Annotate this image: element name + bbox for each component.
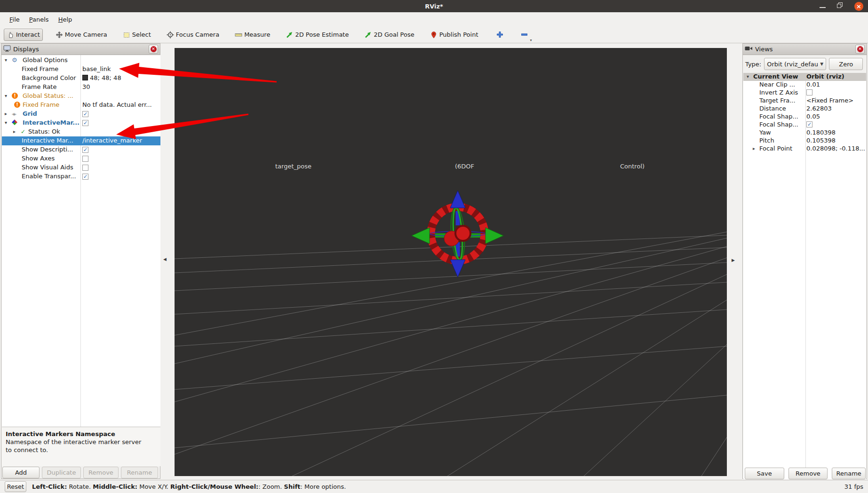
menu-file[interactable]: File (5, 14, 24, 25)
toolbar: Interact Move Camera Select Focus Camera… (0, 26, 868, 43)
grid-enabled-checkbox[interactable] (82, 111, 88, 117)
views-panel-header[interactable]: Views ✕ (743, 44, 867, 55)
focal-shape-checkbox[interactable] (806, 121, 812, 127)
expander-right-icon[interactable]: ▸ (5, 111, 7, 116)
expander-down-icon[interactable]: ▾ (747, 74, 749, 79)
window-controls: × (820, 0, 863, 12)
expander-right-icon[interactable]: ▸ (753, 146, 755, 151)
row-target-frame[interactable]: Target Fra... <Fixed Frame> (743, 97, 866, 105)
z-arrow-down[interactable] (450, 260, 465, 277)
row-status-ok[interactable]: ▸ ✓ Status: Ok (2, 127, 160, 136)
marker-label-left: target_pose (275, 163, 311, 170)
row-frame-rate[interactable]: Frame Rate 30 (2, 83, 160, 92)
add-button[interactable]: Add (2, 467, 40, 478)
row-show-descriptions[interactable]: Show Descripti... (2, 145, 160, 154)
window-title: RViz* (425, 3, 443, 10)
row-fixed-frame-status[interactable]: ! Fixed Frame No tf data. Actual err... (2, 101, 160, 110)
tool-publish-point[interactable]: Publish Point (427, 29, 481, 41)
displays-tree: ▾ ⚙ Global Options Fixed Frame base_link… (2, 55, 160, 428)
status-bar: Reset Left-Click: Rotate. Middle-Click: … (0, 480, 868, 493)
invert-z-checkbox[interactable] (806, 89, 812, 95)
remove-button[interactable]: Remove (83, 467, 119, 478)
remove-view-button[interactable]: Remove (788, 468, 828, 479)
row-show-axes[interactable]: Show Axes (2, 154, 160, 163)
row-pitch[interactable]: Pitch 0.105398 (743, 137, 866, 145)
row-focal-point[interactable]: ▸ Focal Point 0.028098; -0.118... (743, 145, 866, 153)
views-panel-title: Views (755, 46, 853, 53)
duplicate-button[interactable]: Duplicate (42, 467, 81, 478)
expander-down-icon[interactable]: ▾ (5, 120, 7, 125)
rename-button[interactable]: Rename (121, 467, 158, 478)
row-current-view[interactable]: ▾ Current View Orbit (rviz) (743, 73, 866, 81)
show-axes-checkbox[interactable] (82, 156, 88, 162)
row-yaw[interactable]: Yaw 0.180398 (743, 129, 866, 137)
tool-2d-goal-pose[interactable]: 2D Goal Pose (361, 29, 417, 41)
row-global-status[interactable]: ▾ ! Global Status: ... (2, 92, 160, 101)
row-distance[interactable]: Distance 2.62803 (743, 105, 866, 113)
render-viewport[interactable]: target_pose (6DOF Control) (175, 48, 727, 476)
displays-panel-header[interactable]: Displays ✕ (1, 44, 160, 55)
reset-button[interactable]: Reset (5, 481, 26, 492)
row-focal-shape-fixed[interactable]: Focal Shap... (743, 121, 866, 129)
views-panel: Views ✕ Type: Orbit (rviz_defau ▼ Zero ▾… (742, 43, 867, 479)
expander-down-icon[interactable]: ▾ (5, 93, 7, 98)
interactive-markers-enabled-checkbox[interactable] (82, 120, 88, 126)
show-visual-aids-checkbox[interactable] (82, 165, 88, 171)
row-global-options[interactable]: ▾ ⚙ Global Options (2, 56, 160, 65)
expander-right-icon[interactable]: ▸ (13, 129, 16, 134)
tool-move-camera[interactable]: Move Camera (53, 29, 110, 41)
expander-down-icon[interactable]: ▾ (5, 57, 7, 63)
tool-select[interactable]: Select (120, 29, 154, 41)
fps-counter: 31 fps (844, 483, 863, 490)
restore-icon[interactable] (837, 2, 843, 10)
row-near-clip[interactable]: Near Clip ... 0.01 (743, 81, 866, 89)
row-interactive-markers-namespace[interactable]: Interactive Mar... /interactive_marker (2, 136, 160, 145)
tool-2d-pose-estimate[interactable]: 2D Pose Estimate (283, 29, 351, 41)
gear-icon: ⚙ (12, 57, 17, 64)
menu-help[interactable]: Help (54, 14, 77, 25)
view-type-combobox[interactable]: Orbit (rviz_defau ▼ (764, 58, 826, 70)
row-background-color[interactable]: Background Color 48; 48; 48 (2, 74, 160, 83)
save-view-button[interactable]: Save (745, 468, 784, 479)
show-descriptions-checkbox[interactable] (82, 147, 88, 153)
enable-transparency-checkbox[interactable] (82, 174, 88, 180)
tool-focus-camera[interactable]: Focus Camera (164, 29, 222, 41)
zero-button[interactable]: Zero (829, 58, 863, 70)
interactive-marker-6dof[interactable] (412, 191, 503, 277)
move-arrows-icon (56, 31, 63, 39)
row-grid[interactable]: ▸ ◈ Grid (2, 110, 160, 119)
row-invert-z-axis[interactable]: Invert Z Axis (743, 89, 866, 97)
row-enable-transparency[interactable]: Enable Transpar... (2, 172, 160, 181)
tool-interact[interactable]: Interact (4, 29, 43, 41)
view-type-label: Type: (745, 61, 761, 68)
monitor-icon (3, 45, 11, 53)
green-arrow-icon (364, 31, 372, 39)
row-interactive-markers[interactable]: ▾ InteractiveMar... (2, 119, 160, 127)
y-arrow-right[interactable] (486, 228, 503, 244)
close-icon[interactable]: × (854, 2, 863, 11)
chevron-down-icon: ▼ (820, 62, 823, 66)
collapse-left-panel-arrow[interactable]: ◀ (163, 257, 167, 262)
description-title: Interactive Markers Namespace (6, 430, 157, 438)
y-arrow-left[interactable] (412, 228, 430, 244)
rename-view-button[interactable]: Rename (832, 468, 866, 479)
property-description: Interactive Markers Namespace Namespace … (2, 427, 160, 466)
collapse-right-panel-arrow[interactable]: ▶ (732, 258, 735, 262)
minimize-icon[interactable] (820, 7, 826, 8)
displays-close-button[interactable]: ✕ (149, 45, 158, 54)
add-tool-button[interactable] (494, 28, 506, 41)
minus-icon (520, 31, 528, 39)
row-show-visual-aids[interactable]: Show Visual Aids (2, 163, 160, 172)
warning-icon: ! (12, 93, 18, 99)
z-arrow-up[interactable] (450, 191, 465, 208)
row-focal-shape-size[interactable]: Focal Shap... 0.05 (743, 113, 866, 121)
displays-panel-title: Displays (13, 46, 146, 53)
row-fixed-frame[interactable]: Fixed Frame base_link (2, 65, 160, 74)
selection-box-icon (123, 31, 130, 39)
color-swatch (82, 75, 88, 80)
tool-measure[interactable]: Measure (232, 29, 273, 41)
menu-panels[interactable]: Panels (24, 14, 54, 25)
rotate-sphere[interactable] (455, 226, 470, 241)
remove-tool-button[interactable]: ▾ (518, 28, 531, 41)
views-close-button[interactable]: ✕ (855, 45, 865, 54)
